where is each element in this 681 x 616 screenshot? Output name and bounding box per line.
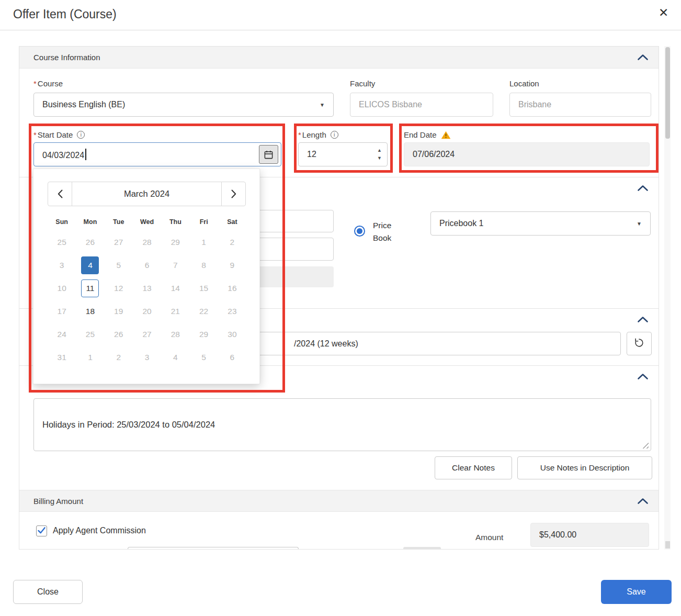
course-label: * Course bbox=[33, 79, 63, 88]
collapse-chevron-icon[interactable] bbox=[635, 371, 650, 383]
next-month-button[interactable] bbox=[221, 182, 246, 206]
calendar-day-number: 28 bbox=[166, 326, 184, 343]
calendar-day-number: 5 bbox=[110, 256, 128, 274]
calendar-day-number: 29 bbox=[195, 326, 213, 343]
caret-down-icon: ▼ bbox=[637, 221, 642, 227]
start-date-value: 04/03/2024 bbox=[42, 149, 86, 160]
close-button[interactable]: Close bbox=[13, 580, 83, 604]
collapse-chevron-icon[interactable] bbox=[635, 495, 650, 507]
calendar-day-number: 14 bbox=[166, 279, 184, 297]
calendar-day: 2 bbox=[218, 231, 246, 254]
calendar-day: 31 bbox=[48, 346, 76, 369]
save-button[interactable]: Save bbox=[601, 580, 672, 604]
calendar-day-number: 2 bbox=[110, 349, 128, 366]
calendar-weekday: Fri bbox=[189, 215, 218, 229]
length-value: 12 bbox=[307, 150, 316, 159]
calendar-icon[interactable] bbox=[259, 145, 278, 164]
calendar-day-number: 17 bbox=[53, 303, 71, 320]
collapse-chevron-icon[interactable] bbox=[635, 314, 650, 326]
calendar-day-number: 3 bbox=[53, 256, 71, 274]
collapse-chevron-icon[interactable] bbox=[635, 52, 650, 63]
close-icon[interactable]: ✕ bbox=[659, 6, 668, 20]
calendar-day-number: 7 bbox=[166, 256, 184, 274]
calendar-day-number: 3 bbox=[138, 349, 156, 366]
length-stepper[interactable]: 12 ▲ ▼ bbox=[298, 142, 388, 166]
calendar-day: 20 bbox=[133, 300, 161, 323]
calendar-day: 5 bbox=[105, 254, 133, 277]
calendar-day: 4 bbox=[161, 346, 189, 369]
calendar-day-number: 12 bbox=[110, 279, 128, 297]
check-icon bbox=[38, 527, 46, 536]
pricebook-dropdown[interactable]: Pricebook 1 ▼ bbox=[430, 211, 651, 236]
calendar-day: 28 bbox=[161, 323, 189, 346]
calendar-day: 23 bbox=[218, 300, 246, 323]
required-marker: * bbox=[298, 130, 301, 139]
use-notes-in-description-button[interactable]: Use Notes in Description bbox=[517, 456, 652, 479]
faculty-value: ELICOS Bisbane bbox=[359, 100, 422, 109]
scrollbar[interactable] bbox=[664, 46, 671, 550]
scrollbar-thumb[interactable] bbox=[665, 47, 670, 139]
calendar-day-number: 19 bbox=[110, 303, 128, 320]
calendar-day: 29 bbox=[189, 323, 218, 346]
text-cursor bbox=[85, 149, 86, 160]
collapse-chevron-icon[interactable] bbox=[635, 183, 650, 194]
clipped-field bbox=[128, 547, 299, 550]
page-title: Offer Item (Course) bbox=[13, 7, 117, 21]
calendar-day: 14 bbox=[161, 277, 189, 300]
faculty-label: Faculty bbox=[350, 79, 375, 88]
calendar-day-number: 27 bbox=[138, 326, 156, 343]
previous-month-button[interactable] bbox=[48, 182, 72, 206]
calendar-day-number: 23 bbox=[223, 303, 241, 320]
calendar-weekday: Mon bbox=[76, 215, 104, 229]
info-icon: i bbox=[331, 131, 338, 139]
calendar-day[interactable]: 11 bbox=[76, 277, 104, 300]
calendar-day: 2 bbox=[105, 346, 133, 369]
calendar-day-number: 22 bbox=[195, 303, 213, 320]
calendar-day-number: 26 bbox=[110, 326, 128, 343]
calendar-day-number: 1 bbox=[195, 233, 213, 251]
calendar-month-title[interactable]: March 2024 bbox=[72, 182, 222, 206]
calendar-day: 6 bbox=[218, 346, 246, 369]
calendar-weekday: Thu bbox=[161, 215, 189, 229]
section-title-billing-amount: Billing Amount bbox=[33, 497, 83, 506]
stepper-arrows: ▲ ▼ bbox=[377, 148, 382, 161]
calendar-day: 1 bbox=[76, 346, 104, 369]
calendar-day-number: 8 bbox=[195, 256, 213, 274]
start-date-input[interactable]: 04/03/2024 bbox=[33, 142, 281, 166]
end-date-field: 07/06/2024 bbox=[404, 142, 650, 166]
calendar-day-number: 24 bbox=[53, 326, 71, 343]
calendar-day[interactable]: 4 bbox=[76, 254, 104, 277]
date-picker-popup: March 2024 SunMonTueWedThuFriSat 2526272… bbox=[33, 169, 260, 384]
calendar-day: 22 bbox=[189, 300, 218, 323]
calendar-day: 29 bbox=[161, 231, 189, 254]
notes-textarea[interactable]: Holidays in Period: 25/03/2024 to 05/04/… bbox=[33, 398, 651, 451]
stepper-down-icon[interactable]: ▼ bbox=[377, 156, 382, 161]
calendar-weekday-row: SunMonTueWedThuFriSat bbox=[48, 215, 247, 229]
reset-description-button[interactable] bbox=[627, 332, 652, 355]
calendar-day[interactable]: 18 bbox=[76, 300, 104, 323]
course-dropdown[interactable]: Business English (BE) ▼ bbox=[33, 93, 334, 117]
history-icon bbox=[633, 337, 645, 351]
stepper-up-icon[interactable]: ▲ bbox=[377, 148, 382, 153]
calendar-day-number: 4 bbox=[166, 349, 184, 366]
calendar-day: 24 bbox=[48, 323, 76, 346]
calendar-day-number: 26 bbox=[81, 233, 99, 251]
resize-grip[interactable] bbox=[642, 442, 649, 449]
calendar-day: 26 bbox=[105, 323, 133, 346]
calendar-day-number: 4 bbox=[81, 256, 99, 274]
calendar-day: 3 bbox=[133, 346, 161, 369]
calendar-day-number: 11 bbox=[81, 279, 99, 297]
calendar-day-number: 10 bbox=[53, 279, 71, 297]
clear-notes-button[interactable]: Clear Notes bbox=[435, 456, 512, 479]
calendar-day-number: 25 bbox=[53, 233, 71, 251]
calendar-weekday: Sun bbox=[48, 215, 76, 229]
calendar-day-number: 29 bbox=[166, 233, 184, 251]
apply-agent-commission-checkbox[interactable] bbox=[36, 525, 47, 536]
calendar-day: 25 bbox=[48, 231, 76, 254]
price-book-radio[interactable] bbox=[354, 226, 365, 237]
calendar-day: 21 bbox=[161, 300, 189, 323]
calendar-day-number: 20 bbox=[138, 303, 156, 320]
calendar-day-number: 25 bbox=[81, 326, 99, 343]
calendar-day: 6 bbox=[133, 254, 161, 277]
calendar-day: 19 bbox=[105, 300, 133, 323]
